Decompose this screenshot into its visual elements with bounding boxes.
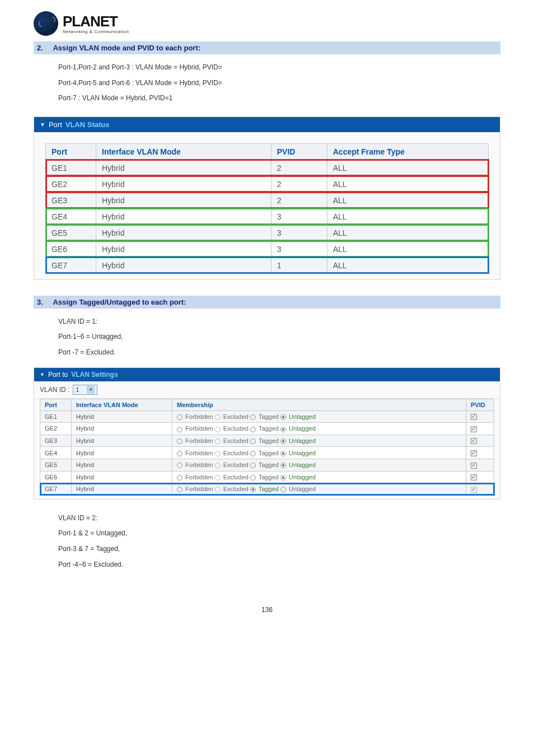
cell-port: GE4	[40, 447, 72, 459]
radio-forbidden[interactable]	[177, 463, 182, 468]
cell-port: GE1	[40, 410, 72, 423]
cell-pvid	[466, 471, 494, 483]
cell-pvid	[466, 459, 494, 471]
logo: PLANET Networking & Communication	[34, 11, 500, 36]
cell-mode: Hybrid	[96, 225, 271, 241]
radio-forbidden[interactable]	[177, 427, 182, 432]
radio-label-tagged: Tagged	[257, 437, 280, 444]
radio-label-tagged: Tagged	[257, 425, 280, 432]
radio-untagged[interactable]	[280, 451, 286, 456]
radio-label-excluded: Excluded	[222, 437, 250, 444]
radio-tagged[interactable]	[250, 438, 256, 444]
radio-tagged[interactable]	[250, 451, 256, 456]
cell-pvid	[466, 435, 494, 447]
brand-tagline: Networking & Communication	[63, 29, 129, 34]
after3-line-1: VLAN ID = 2:	[58, 511, 500, 526]
radio-excluded[interactable]	[215, 427, 221, 432]
col2-membership: Membership	[172, 399, 466, 410]
cell-port: GE7	[40, 483, 72, 496]
vlan-id-dropdown[interactable]: 1 ▾	[73, 385, 97, 395]
radio-excluded[interactable]	[215, 451, 221, 456]
cell-accept: ALL	[327, 225, 488, 241]
radio-excluded[interactable]	[215, 414, 221, 420]
section-2-heading: 2. Assign VLAN mode and PVID to each por…	[34, 41, 500, 54]
radio-forbidden[interactable]	[177, 451, 182, 456]
radio-label-tagged: Tagged	[257, 461, 280, 468]
radio-tagged[interactable]	[250, 463, 256, 468]
section-3-title: Assign Tagged/Untagged to each port:	[53, 298, 186, 306]
table-row: GE4Hybrid Forbidden Excluded Tagged Unta…	[40, 447, 494, 459]
pvid-checkbox[interactable]	[471, 426, 477, 432]
s2-line-1: Port-1,Port-2 and Port-3 : VLAN Mode = H…	[58, 60, 500, 76]
cell-port: GE3	[46, 192, 96, 208]
cell-membership: Forbidden Excluded Tagged Untagged	[172, 447, 466, 459]
cell-mode: Hybrid	[96, 192, 271, 208]
col-mode: Interface VLAN Mode	[96, 143, 271, 160]
radio-excluded[interactable]	[215, 487, 221, 492]
radio-tagged[interactable]	[250, 427, 256, 432]
section-3-num: 3.	[37, 298, 43, 306]
radio-excluded[interactable]	[215, 438, 221, 444]
radio-untagged[interactable]	[280, 463, 286, 468]
radio-label-excluded: Excluded	[222, 461, 250, 468]
cell-mode: Hybrid	[72, 423, 172, 435]
table-row: GE6Hybrid3ALL	[46, 241, 489, 257]
port-vlan-status-titlebar[interactable]: ▼ Port VLAN Status	[34, 117, 500, 132]
radio-forbidden[interactable]	[177, 475, 182, 480]
pvid-checkbox[interactable]	[471, 463, 477, 469]
radio-label-forbidden: Forbidden	[184, 425, 215, 432]
table-row: GE4Hybrid3ALL	[46, 208, 489, 225]
table-row: GE7Hybrid1ALL	[46, 257, 489, 273]
radio-tagged[interactable]	[250, 475, 256, 480]
settings-titlebar[interactable]: ▼ Port to VLAN Settings	[34, 368, 500, 381]
table-row: GE5Hybrid Forbidden Excluded Tagged Unta…	[40, 459, 494, 471]
cell-mode: Hybrid	[72, 447, 172, 459]
table-row: GE1Hybrid Forbidden Excluded Tagged Unta…	[40, 410, 494, 423]
brand-text: PLANET	[63, 13, 129, 30]
cell-mode: Hybrid	[72, 483, 172, 496]
cell-membership: Forbidden Excluded Tagged Untagged	[172, 459, 466, 471]
radio-forbidden[interactable]	[177, 414, 182, 420]
cell-port: GE6	[40, 471, 72, 483]
col-accept: Accept Frame Type	[327, 143, 488, 160]
radio-untagged[interactable]	[280, 414, 286, 420]
radio-label-excluded: Excluded	[222, 474, 250, 480]
radio-label-tagged: Tagged	[257, 474, 280, 480]
cell-accept: ALL	[327, 241, 488, 257]
cell-membership: Forbidden Excluded Tagged Untagged	[172, 410, 466, 423]
radio-untagged[interactable]	[280, 438, 286, 444]
table-row: GE3Hybrid Forbidden Excluded Tagged Unta…	[40, 435, 494, 447]
radio-untagged[interactable]	[280, 475, 286, 480]
radio-forbidden[interactable]	[177, 487, 182, 492]
cell-port: GE4	[46, 208, 96, 225]
cell-mode: Hybrid	[96, 176, 271, 192]
port-vlan-status-table: Port Interface VLAN Mode PVID Accept Fra…	[45, 143, 489, 274]
radio-label-untagged: Untagged	[287, 450, 316, 456]
pvid-checkbox[interactable]	[471, 414, 477, 420]
radio-tagged[interactable]	[250, 414, 256, 420]
s2-line-2: Port-4,Port-5 and Port-6 : VLAN Mode = H…	[58, 76, 500, 91]
radio-label-forbidden: Forbidden	[184, 413, 215, 420]
s3-line-2: Port-1~6 = Untagged,	[58, 329, 500, 345]
cell-port: GE2	[40, 423, 72, 435]
radio-label-tagged: Tagged	[257, 486, 280, 492]
radio-label-forbidden: Forbidden	[184, 437, 215, 444]
pvid-checkbox[interactable]	[471, 438, 477, 444]
radio-untagged[interactable]	[280, 487, 286, 492]
radio-label-forbidden: Forbidden	[184, 461, 215, 468]
radio-excluded[interactable]	[215, 463, 221, 468]
radio-tagged[interactable]	[250, 487, 256, 492]
cell-port: GE3	[40, 435, 72, 447]
radio-label-untagged: Untagged	[287, 486, 316, 492]
cell-accept: ALL	[327, 160, 488, 176]
section-2-num: 2.	[37, 44, 43, 52]
radio-forbidden[interactable]	[177, 438, 182, 444]
cell-mode: Hybrid	[96, 241, 271, 257]
radio-label-excluded: Excluded	[222, 450, 250, 456]
radio-untagged[interactable]	[280, 427, 286, 432]
radio-label-forbidden: Forbidden	[184, 474, 215, 480]
pvid-checkbox[interactable]	[471, 474, 477, 480]
table-row: GE2Hybrid Forbidden Excluded Tagged Unta…	[40, 423, 494, 435]
pvid-checkbox[interactable]	[471, 450, 477, 456]
radio-excluded[interactable]	[215, 475, 221, 480]
